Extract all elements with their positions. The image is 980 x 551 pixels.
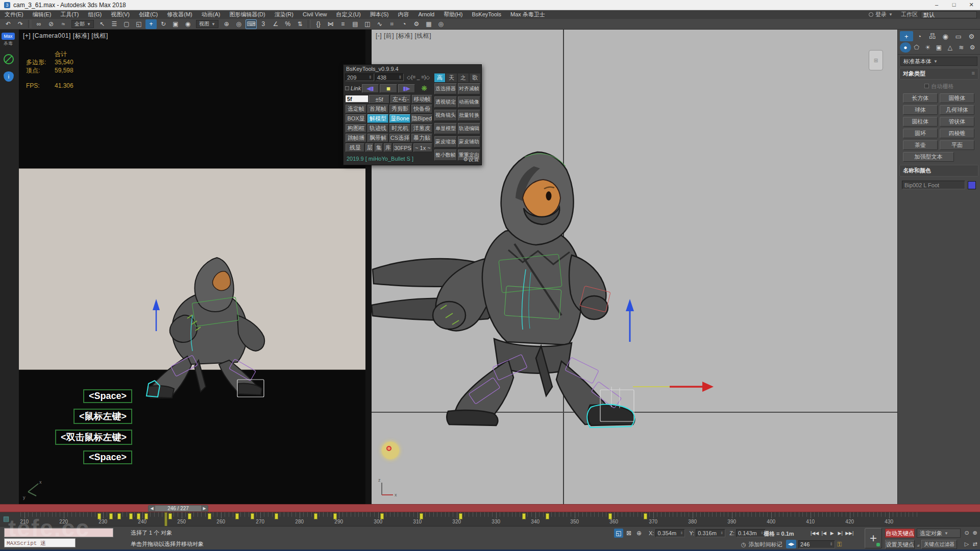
- render-setup-icon[interactable]: ⚙: [411, 19, 422, 29]
- offset-leftright-button[interactable]: 左+右-: [390, 95, 411, 104]
- object-type-button[interactable]: 加强型文本: [903, 152, 954, 162]
- cat-geometry-icon[interactable]: ●: [900, 42, 911, 53]
- menu-item-7[interactable]: 动画(A): [197, 10, 225, 19]
- play-forward-button[interactable]: ▮▶: [398, 84, 415, 93]
- align-icon[interactable]: ≡: [337, 19, 349, 29]
- object-type-button[interactable]: 圆柱体: [903, 117, 938, 127]
- camera-viewport[interactable]: x y [+] [Camera001] [标准] [线框] 合计 多边形:35,…: [19, 30, 365, 504]
- x-coordinate-field[interactable]: 0.354m⇕: [655, 529, 685, 537]
- bskey-right-button[interactable]: 单显模型: [434, 123, 457, 134]
- object-type-button[interactable]: 圆锥体: [940, 93, 974, 103]
- set-button[interactable]: 集: [375, 143, 383, 152]
- bskey-button[interactable]: 洋葱皮: [411, 124, 432, 133]
- bskey-button[interactable]: 解模型: [368, 114, 388, 123]
- autogrid-checkbox[interactable]: 自动栅格: [898, 83, 980, 90]
- menu-item-14[interactable]: Arnold: [413, 10, 439, 19]
- bskey-button[interactable]: 秀剪影: [389, 105, 410, 113]
- camera-viewport-label[interactable]: [+] [Camera001] [标准] [线框]: [23, 32, 108, 40]
- prev-frame-arrow[interactable]: ◀: [149, 506, 155, 511]
- curve-editor-icon[interactable]: ∿: [374, 19, 385, 29]
- library-button[interactable]: 库: [384, 143, 392, 152]
- front-viewport-label[interactable]: [-] [前] [标准] [线框]: [376, 32, 431, 40]
- object-type-button[interactable]: 几何球体: [940, 105, 974, 115]
- selection-filter-dropdown[interactable]: 全部▼: [71, 20, 94, 28]
- object-type-rollout[interactable]: 对象类型 ≡: [899, 68, 978, 80]
- tab-utilities-icon[interactable]: ⚙: [965, 31, 978, 41]
- object-color-swatch[interactable]: [968, 181, 976, 189]
- keyframe-marker[interactable]: [137, 513, 140, 519]
- speed-button[interactable]: ~ 1x ~: [413, 143, 432, 152]
- track-bar[interactable]: ▤ 21022023024025026027028029030031032033…: [0, 512, 980, 527]
- next-frame-button[interactable]: ▶|: [836, 529, 844, 537]
- y-coordinate-field[interactable]: 0.316m⇕: [696, 529, 725, 537]
- object-type-button[interactable]: 长方体: [903, 93, 938, 103]
- menu-item-2[interactable]: 工具(T): [56, 10, 83, 19]
- keyframe-marker[interactable]: [333, 513, 337, 519]
- cat-helpers-icon[interactable]: △: [944, 42, 955, 53]
- ghost-display-button[interactable]: 残显: [346, 143, 364, 152]
- object-type-button[interactable]: 四棱锥: [940, 129, 974, 138]
- menu-item-1[interactable]: 编辑(E): [28, 10, 56, 19]
- spinner-snap-toggle-icon[interactable]: ⇅: [295, 19, 306, 29]
- tab-modify-icon[interactable]: ◔: [913, 31, 926, 41]
- select-and-manipulate-icon[interactable]: ◎: [233, 19, 244, 29]
- maxscript-mini-listener-pink[interactable]: [4, 528, 113, 537]
- bskey-button[interactable]: 选定帧: [346, 105, 366, 113]
- cat-shapes-icon[interactable]: ⬠: [911, 42, 922, 53]
- key-filters-button[interactable]: 关键点过滤器: [921, 540, 957, 549]
- bskey-tab[interactable]: 之: [458, 73, 469, 82]
- keyframe-marker[interactable]: [168, 513, 172, 519]
- bskey-button[interactable]: 隐Biped: [411, 114, 432, 123]
- keyframe-marker[interactable]: [380, 513, 384, 519]
- bskey-right-button[interactable]: 蒙皮辅助: [458, 136, 480, 147]
- selection-set-dropdown[interactable]: 选定对象 ▼: [917, 529, 961, 538]
- keyframe-marker[interactable]: [235, 513, 239, 519]
- maxscript-mini-listener-white[interactable]: MAXScript 迷: [4, 538, 76, 547]
- bskey-right-button[interactable]: 蒙皮缩放: [434, 136, 457, 147]
- named-selection-sets-icon[interactable]: {}: [313, 19, 324, 29]
- key-mode-toggle[interactable]: ◀▶: [786, 540, 796, 548]
- close-button[interactable]: ✕: [963, 0, 980, 10]
- keyframe-marker[interactable]: [275, 513, 278, 519]
- object-type-button[interactable]: 管状体: [940, 117, 974, 127]
- object-type-button[interactable]: 平面: [940, 140, 974, 150]
- keyframe-marker[interactable]: [546, 513, 549, 519]
- bskey-button[interactable]: CS选择: [389, 134, 410, 142]
- workspace-dropdown[interactable]: 默认: [921, 11, 977, 18]
- menu-item-11[interactable]: 自定义(U): [331, 10, 365, 19]
- maximize-button[interactable]: □: [945, 0, 963, 10]
- absolute-mode-icon[interactable]: ⊕: [634, 529, 644, 538]
- menu-item-17[interactable]: Max 杀毒卫士: [506, 10, 550, 19]
- keyframe-marker[interactable]: [117, 513, 121, 519]
- bskeytools-title[interactable]: BsKeyTools_v0.9.9.4: [344, 65, 481, 72]
- bskey-tab[interactable]: 歌: [470, 73, 480, 82]
- login-button[interactable]: 登录 ▼: [864, 11, 898, 18]
- object-type-button[interactable]: 球体: [903, 105, 938, 115]
- z-coordinate-field[interactable]: 0.143m⇕: [736, 529, 766, 537]
- bskey-right-button[interactable]: 轨迹编辑: [458, 123, 480, 134]
- move-frame-button[interactable]: 移动帧: [412, 95, 432, 104]
- frame-offset-input[interactable]: 5f: [345, 95, 369, 103]
- shield-icon[interactable]: i: [4, 71, 14, 82]
- snap-toggle-3d-icon[interactable]: 3: [258, 19, 269, 29]
- select-object-icon[interactable]: ↖: [96, 19, 108, 29]
- render-production-icon[interactable]: ◎: [435, 19, 447, 29]
- tab-create-icon[interactable]: +: [900, 31, 913, 41]
- object-name-field[interactable]: Bip002 L Foot: [902, 181, 965, 189]
- select-and-place-icon[interactable]: ◉: [182, 19, 193, 29]
- menu-item-8[interactable]: 图形编辑器(D): [225, 10, 270, 19]
- grenade-icon[interactable]: ❋: [416, 84, 432, 93]
- bskey-tab[interactable]: 高: [434, 73, 445, 82]
- select-and-move-icon[interactable]: +: [145, 19, 157, 29]
- keyframe-marker[interactable]: [188, 513, 191, 519]
- bskey-right-button[interactable]: 透视锁定: [434, 96, 457, 108]
- time-slider-track[interactable]: ◀ 246 / 227 ▶: [0, 504, 980, 512]
- select-and-rotate-icon[interactable]: ↻: [158, 19, 169, 29]
- redo-icon[interactable]: ↷: [15, 19, 26, 29]
- select-by-name-icon[interactable]: ☰: [109, 19, 120, 29]
- current-frame-field[interactable]: 246⇕: [798, 540, 835, 548]
- primitive-category-dropdown[interactable]: 标准基本体 ▼: [900, 57, 977, 66]
- cat-lights-icon[interactable]: ☀: [922, 42, 934, 53]
- zoom-icon[interactable]: ⊙: [963, 529, 971, 537]
- truck-icon[interactable]: ⇄: [971, 540, 979, 548]
